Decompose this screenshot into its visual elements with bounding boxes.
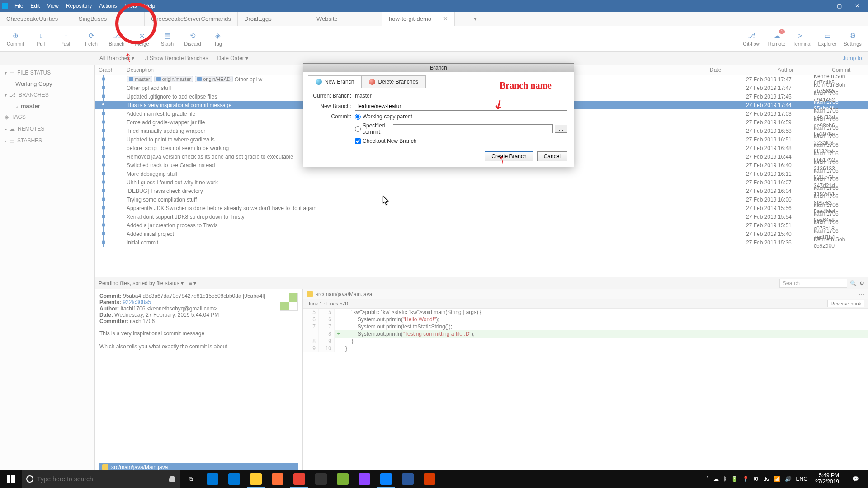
taskbar-search-input[interactable] [37, 475, 165, 483]
commit-row[interactable]: Uhh i guess i found out why it no work27… [95, 178, 868, 187]
menu-help[interactable]: Help [141, 2, 159, 10]
toolbar-push-button[interactable]: ↑Push [53, 27, 79, 51]
sidebar-tags[interactable]: ◈TAGS [0, 111, 94, 123]
diff-line[interactable]: 8+ System.out.println("Testing committin… [303, 330, 868, 338]
menu-repository[interactable]: Repository [62, 2, 95, 10]
menu-actions[interactable]: Actions [95, 2, 120, 10]
details-settings-icon[interactable]: ⚙ [859, 280, 864, 286]
taskbar-app-store[interactable] [223, 470, 245, 488]
add-tab-button[interactable]: ＋ [455, 12, 468, 26]
commit-row[interactable]: [DEBUG] Travis check directory27 Feb 201… [95, 187, 868, 195]
cancel-button[interactable]: Cancel [537, 151, 567, 161]
filter-all-branches[interactable]: All Branches ▾ [95, 55, 139, 61]
filter-show-remote[interactable]: ☑ Show Remote Branches [139, 55, 213, 61]
sidebar-branch-master[interactable]: master [0, 101, 94, 111]
taskbar-app-firefox[interactable] [267, 470, 288, 488]
new-branch-input[interactable] [355, 102, 567, 111]
window-maximize-button[interactable]: ▢ [830, 0, 848, 12]
taskbar-app-edge[interactable] [202, 470, 223, 488]
close-icon[interactable]: ✕ [439, 15, 448, 22]
start-button[interactable] [0, 470, 22, 488]
commit-row[interactable]: Trying some compilation stuff27 Feb 2019… [95, 195, 868, 204]
radio-working-copy-parent[interactable]: Working copy parent [355, 113, 567, 120]
taskbar-app-notion[interactable] [310, 470, 332, 488]
jump-to[interactable]: Jump to: [843, 55, 868, 61]
create-branch-button[interactable]: Create Branch [485, 151, 533, 161]
col-date[interactable]: Date [710, 65, 778, 75]
mic-icon[interactable] [169, 476, 175, 482]
toolbar-commit-button[interactable]: ⊕Commit [3, 27, 28, 51]
commit-row[interactable]: Initial commit27 Feb 2019 15:36Kenneth S… [95, 238, 868, 247]
menu-file[interactable]: File [11, 2, 27, 10]
tab-menu-button[interactable]: ▾ [468, 12, 482, 26]
sidebar-stashes[interactable]: ▸▤STASHES [0, 135, 94, 146]
diff-line[interactable]: 910} [303, 345, 868, 352]
dialog-tab-delete-branches[interactable]: Delete Branches [362, 75, 426, 88]
repo-tab[interactable]: SingBuses [72, 12, 145, 26]
diff-line[interactable]: 77 System.out.println(test.toStaticStrin… [303, 323, 868, 330]
menu-view[interactable]: View [43, 2, 62, 10]
tray-onedrive-icon[interactable]: ☁ [713, 476, 719, 482]
taskbar-app-minecraft[interactable] [332, 470, 354, 488]
toolbar-discard-button[interactable]: ⟲Discard [180, 27, 205, 51]
taskbar-app-explorer[interactable] [245, 470, 267, 488]
toolbar-explorer-button[interactable]: ▭Explorer [815, 27, 840, 51]
commit-row[interactable]: Added a jar creation process to Travis27… [95, 221, 868, 230]
browse-commit-button[interactable]: ... [555, 125, 567, 133]
toolbar-stash-button[interactable]: ▤Stash [155, 27, 180, 51]
toolbar-git-flow-button[interactable]: ⎇Git-flow [739, 27, 764, 51]
radio-specified-commit[interactable]: Specified commit: [355, 122, 393, 135]
tray-location-icon[interactable]: 📍 [742, 476, 749, 482]
sidebar-branches[interactable]: ▾⎇BRANCHES [0, 89, 94, 101]
col-commit[interactable]: Commit [832, 65, 868, 75]
tray-wifi-icon[interactable]: 📶 [774, 476, 780, 482]
sidebar-file-status[interactable]: ▾▭FILE STATUS [0, 67, 94, 79]
reverse-hunk-button[interactable]: Reverse hunk [827, 300, 864, 307]
toolbar-remote-button[interactable]: ☁Remote [764, 27, 789, 51]
diff-file-header[interactable]: src/main/java/Main.java ⋯ [303, 289, 868, 299]
toolbar-pull-button[interactable]: ↓Pull [28, 27, 53, 51]
taskbar-app-word[interactable] [397, 470, 419, 488]
diff-collapse-icon[interactable]: ⋯ [859, 291, 864, 297]
filter-date-order[interactable]: Date Order ▾ [212, 55, 253, 61]
toolbar-branch-button[interactable]: ⎇Branch [104, 27, 129, 51]
window-minimize-button[interactable]: ─ [812, 0, 830, 12]
toolbar-terminal-button[interactable]: >_Terminal [789, 27, 815, 51]
diff-line[interactable]: 55 "kw">public "kw">static "kw">void mai… [303, 309, 868, 316]
details-search-input[interactable] [779, 279, 847, 288]
taskbar-app-chrome[interactable] [288, 470, 310, 488]
taskbar-search[interactable] [22, 470, 180, 488]
tray-notifications-icon[interactable]: 💬 [846, 470, 864, 488]
menu-edit[interactable]: Edit [27, 2, 43, 10]
repo-tab[interactable]: how-to-git-demo✕ [382, 12, 455, 26]
tray-volume-icon[interactable]: 🔊 [785, 476, 792, 482]
window-close-button[interactable]: ✕ [848, 0, 866, 12]
menu-tools[interactable]: Tools [121, 2, 141, 10]
tray-security-icon[interactable]: ⛨ [754, 476, 759, 482]
commit-row[interactable]: Apparently JDK Switcher is done before a… [95, 204, 868, 212]
tray-bluetooth-icon[interactable]: ᛒ [723, 476, 726, 482]
checkbox-checkout-new-branch[interactable]: Checkout New Branch [355, 138, 567, 144]
taskbar-app-powerpoint[interactable] [419, 470, 440, 488]
toolbar-fetch-button[interactable]: ⟳Fetch [79, 27, 104, 51]
toolbar-tag-button[interactable]: ◈Tag [205, 27, 231, 51]
commit-row[interactable]: Xenial dont support JDK8 so drop down to… [95, 212, 868, 221]
toolbar-merge-button[interactable]: ⤲Merge [129, 27, 155, 51]
tray-battery-icon[interactable]: 🔋 [731, 476, 738, 482]
commit-row[interactable]: Added initial project27 Feb 2019 15:40it… [95, 230, 868, 238]
dialog-tab-new-branch[interactable]: New Branch [308, 75, 362, 88]
parent-hash-link[interactable]: 922fc308a5 [123, 299, 151, 305]
repo-tab[interactable]: DroidEggs [238, 12, 310, 26]
tray-chevron-icon[interactable]: ˄ [706, 476, 709, 482]
col-author[interactable]: Author [778, 65, 832, 75]
taskbar-app-twitch[interactable] [354, 470, 375, 488]
diff-lines[interactable]: 55 "kw">public "kw">static "kw">void mai… [303, 309, 868, 476]
diff-line[interactable]: 89 } [303, 338, 868, 345]
repo-tab[interactable]: CheesecakeUtilities [0, 12, 72, 26]
toolbar-settings-button[interactable]: ⚙Settings [840, 27, 865, 51]
sidebar-remotes[interactable]: ▸☁REMOTES [0, 123, 94, 135]
diff-line[interactable]: 66 System.out.println("Hello World!"); [303, 316, 868, 323]
sidebar-working-copy[interactable]: Working Copy [0, 79, 94, 89]
tray-language[interactable]: ENG [796, 476, 808, 482]
task-view-button[interactable]: ⧉ [180, 470, 202, 488]
